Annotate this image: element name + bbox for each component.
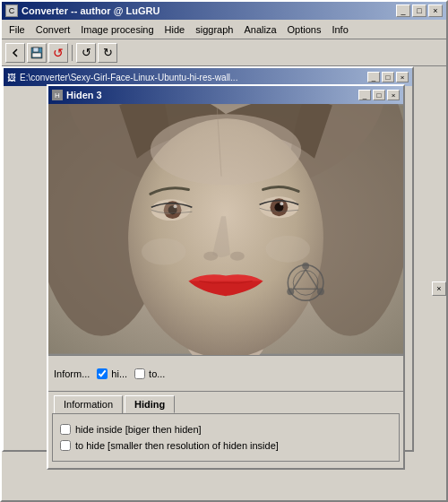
to-hide-row: to hide [smaller then resolution of hide… xyxy=(60,437,392,454)
close-button[interactable]: × xyxy=(428,4,443,17)
svg-rect-1 xyxy=(33,48,39,52)
back-button[interactable] xyxy=(5,43,25,63)
info-label: Inform... xyxy=(54,368,90,379)
hiden-window: H Hiden 3 _ □ × xyxy=(47,84,405,470)
menu-hide[interactable]: Hide xyxy=(159,22,191,37)
svg-point-27 xyxy=(287,288,294,295)
tab-bar: Information Hiding xyxy=(48,392,403,413)
menu-siggraph[interactable]: siggraph xyxy=(190,22,238,37)
hi-checkbox[interactable] xyxy=(97,368,108,379)
svg-point-26 xyxy=(317,288,324,295)
minimize-button[interactable]: _ xyxy=(396,4,410,17)
title-bar-buttons: _ □ × xyxy=(396,4,443,17)
tab-information[interactable]: Information xyxy=(54,395,123,413)
to-hide-checkbox[interactable] xyxy=(60,440,71,451)
hiden-content: Inform... hi... to... Information Hiding xyxy=(48,104,403,468)
hide-inside-row: hide inside [biger then hiden] xyxy=(60,421,392,437)
refresh-button[interactable]: ↺ xyxy=(48,43,68,63)
main-window-title: Converter -- author @ LuGRU xyxy=(22,5,392,16)
toolbar: ↺ ↺ ↻ xyxy=(2,39,446,66)
main-window: C Converter -- author @ LuGRU _ □ × File… xyxy=(0,0,448,502)
app-icon: C xyxy=(5,4,18,17)
hiden-icon: H xyxy=(52,90,63,100)
reload-left-button[interactable]: ↺ xyxy=(76,43,96,63)
hide-inside-checkbox[interactable] xyxy=(60,424,71,435)
to-label: to... xyxy=(149,368,165,379)
menu-options[interactable]: Options xyxy=(282,22,327,37)
maximize-button[interactable]: □ xyxy=(412,4,426,17)
svg-point-20 xyxy=(230,252,245,261)
hiden-close[interactable]: × xyxy=(387,90,400,100)
checkbox-hi-row: hi... xyxy=(97,368,127,379)
hiden-title-bar: H Hiden 3 _ □ × xyxy=(48,86,403,104)
menu-info[interactable]: Info xyxy=(326,22,353,37)
file-path: E:\converter\Sexy-Girl-Face-Linux-Ubuntu… xyxy=(20,73,237,82)
file-maximize[interactable]: □ xyxy=(382,72,394,82)
menu-file[interactable]: File xyxy=(4,22,30,37)
hi-label: hi... xyxy=(111,368,127,379)
info-section: Inform... hi... to... xyxy=(48,355,403,391)
to-checkbox[interactable] xyxy=(134,368,145,379)
file-minimize[interactable]: _ xyxy=(367,72,380,82)
hiden-minimize[interactable]: _ xyxy=(358,90,371,100)
checkbox-to-row: to... xyxy=(134,368,165,379)
file-window-title-bar: 🖼 E:\converter\Sexy-Girl-Face-Linux-Ubun… xyxy=(4,68,412,86)
menu-bar: File Convert Image procesing Hide siggra… xyxy=(2,20,446,39)
toolbar-separator xyxy=(72,45,73,61)
main-content: 🖼 E:\converter\Sexy-Girl-Face-Linux-Ubun… xyxy=(2,66,446,500)
svg-point-18 xyxy=(280,202,283,205)
tab-content: hide inside [biger then hiden] to hide [… xyxy=(52,413,400,462)
svg-point-25 xyxy=(302,263,309,270)
save-button[interactable] xyxy=(27,43,47,63)
main-title-bar: C Converter -- author @ LuGRU _ □ × xyxy=(2,2,446,20)
file-close[interactable]: × xyxy=(396,72,409,82)
svg-point-10 xyxy=(151,114,301,185)
to-hide-label: to hide [smaller then resolution of hide… xyxy=(75,440,279,451)
hide-inside-label: hide inside [biger then hiden] xyxy=(75,424,202,435)
svg-point-21 xyxy=(142,238,186,265)
tab-panel: Information Hiding hide inside [biger th… xyxy=(48,391,403,462)
face-image xyxy=(48,104,403,355)
menu-analiza[interactable]: Analiza xyxy=(238,22,281,37)
svg-point-19 xyxy=(203,252,218,261)
menu-convert[interactable]: Convert xyxy=(30,22,76,37)
hiden-title-text: Hiden 3 xyxy=(66,90,102,100)
reload-right-button[interactable]: ↻ xyxy=(98,43,117,63)
svg-point-22 xyxy=(266,236,311,263)
tab-hiding[interactable]: Hiding xyxy=(125,395,175,413)
hiden-maximize[interactable]: □ xyxy=(373,90,385,100)
face-svg xyxy=(48,104,403,355)
svg-rect-2 xyxy=(32,53,41,57)
menu-image-processing[interactable]: Image procesing xyxy=(75,22,159,37)
right-close-button[interactable]: × xyxy=(432,281,446,296)
